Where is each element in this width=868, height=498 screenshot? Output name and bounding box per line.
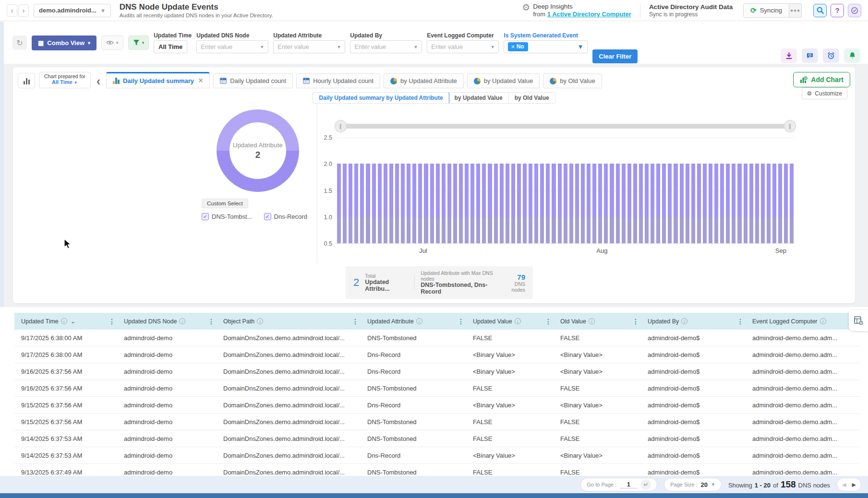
legend-checkbox[interactable]: ✓ [202, 213, 209, 220]
legend-item-dns-record[interactable]: ✓Dns-Record [264, 213, 307, 220]
table-cell: 9/14/2025 6:37:53 AM [14, 435, 117, 442]
table-row[interactable]: 9/17/2025 6:38:00 AMadmindroid-demoDomai… [14, 330, 859, 346]
search-button[interactable] [813, 4, 827, 17]
subtab-by-old-value[interactable]: by Old Value [509, 93, 555, 103]
syncing-button[interactable]: ⟳ Syncing [743, 3, 789, 18]
table-row[interactable]: 9/14/2025 6:37:53 AMadmindroid-demoDomai… [14, 447, 859, 464]
column-resize-handle[interactable]: ⋮ [545, 319, 552, 324]
slider-track[interactable] [341, 124, 790, 129]
chart-tab-daily-updated-count[interactable]: Daily Updated count [213, 73, 293, 88]
table-row[interactable]: 9/17/2025 6:38:00 AMadmindroid-demoDomai… [14, 346, 859, 363]
bar [506, 164, 509, 243]
column-visibility-button[interactable]: ▾ [101, 36, 123, 50]
column-header-event-logged-computer[interactable]: Event Logged Computeri⋮ [746, 313, 859, 330]
info-icon[interactable]: i [61, 318, 67, 324]
schedule-button[interactable] [823, 48, 839, 63]
download-button[interactable] [781, 48, 797, 63]
goto-page-submit-icon[interactable]: ↵ [640, 479, 651, 490]
info-icon[interactable]: i [179, 318, 185, 324]
chart-tab-daily-updated-summary[interactable]: Daily Updated summary✕ [106, 72, 210, 88]
table-row[interactable]: 9/14/2025 6:37:53 AMadmindroid-demoDomai… [14, 430, 859, 447]
info-icon[interactable]: i [589, 318, 595, 324]
table-cell: Dns-Record [361, 368, 466, 375]
event-logged-computer-filter-input[interactable]: Enter value ▼ [427, 40, 499, 53]
updated-attribute-filter-input[interactable]: Enter value ▼ [273, 40, 345, 53]
slider-left-handle[interactable]: ∥ [335, 120, 347, 132]
filter-chip[interactable]: ✕No [508, 42, 528, 51]
chip-remove-icon[interactable]: ✕ [511, 44, 515, 49]
chart-type-button[interactable] [18, 73, 35, 88]
table-row[interactable]: 9/15/2025 6:37:56 AMadmindroid-demoDomai… [14, 414, 859, 430]
bar [482, 164, 486, 243]
goto-page-control: Go to Page : ↵ [580, 478, 657, 491]
sync-more-button[interactable]: ●●● [789, 3, 802, 18]
info-icon[interactable]: i [681, 318, 687, 324]
close-tab-icon[interactable]: ✕ [198, 77, 203, 84]
feedback-button[interactable] [802, 48, 818, 63]
updated-dns-node-filter-input[interactable]: Enter value ▼ [196, 40, 268, 53]
legend-item-dns-tombst-[interactable]: ✓DNS-Tombst... [202, 213, 253, 220]
column-header-updated-time[interactable]: Updated Timei⌄⋮ [14, 313, 117, 330]
clear-filter-button[interactable]: Clear Filter [592, 49, 638, 63]
next-page-button[interactable]: ▶ [852, 482, 856, 488]
download-icon [785, 52, 793, 59]
filter-button[interactable]: ▾ [128, 36, 149, 50]
chart-tab-by-old-value[interactable]: by Old Value [543, 73, 602, 88]
column-resize-handle[interactable]: ⋮ [632, 319, 639, 324]
nav-back-button[interactable]: ‹ [7, 4, 17, 17]
column-resize-handle[interactable]: ⋮ [352, 319, 359, 324]
subtab-daily-updated-summary-by-updated-attribute[interactable]: Daily Updated summary by Updated Attribu… [313, 92, 449, 104]
combo-view-button[interactable]: ▦ Combo View ▾ [32, 36, 96, 50]
info-icon[interactable]: i [257, 318, 263, 324]
nav-forward-button[interactable]: › [18, 4, 29, 17]
tenant-selector[interactable]: demo.admindroid... ▼ [34, 4, 111, 17]
updated-time-filter-value[interactable]: All Time [154, 40, 187, 53]
table-cell: FALSE [554, 418, 641, 426]
chart-tab-hourly-updated-count[interactable]: Hourly Updated count [296, 73, 380, 88]
table-cell: admindroid-demo [117, 418, 217, 426]
chart-prepared-for-selector[interactable]: Chart prepared for All Time ▼ [39, 72, 91, 88]
active-directory-computer-link[interactable]: 1 Active Directory Computer [547, 11, 631, 18]
reset-view-button[interactable]: ↻ [12, 36, 27, 50]
chart-tab-by-updated-attribute[interactable]: by Updated Attribute [384, 73, 464, 88]
add-chart-button[interactable]: Add Chart [793, 72, 850, 87]
customize-button[interactable]: ⚙ Customize [802, 87, 847, 99]
column-header-updated-attribute[interactable]: Updated Attributei⋮ [361, 313, 466, 330]
column-header-updated-by[interactable]: Updated Byi⋮ [641, 313, 746, 330]
tab-scroll-left-icon[interactable]: ‹ [95, 75, 103, 88]
slider-right-handle[interactable]: ∥ [784, 120, 796, 132]
donut-chart[interactable]: Updated Attribute 2 [217, 109, 299, 192]
custom-select-button[interactable]: Custom Select [202, 199, 248, 208]
column-resize-handle[interactable]: ⋮ [108, 319, 115, 324]
column-header-updated-dns-node[interactable]: Updated DNS Nodei⋮ [117, 313, 217, 330]
table-row[interactable]: 9/16/2025 6:37:56 AMadmindroid-demoDomai… [14, 363, 859, 380]
subtab-by-updated-value[interactable]: by Updated Value [449, 93, 509, 103]
column-header-object-path[interactable]: Object Pathi⋮ [217, 313, 361, 330]
column-resize-handle[interactable]: ⋮ [458, 319, 464, 324]
previous-page-button[interactable]: ◀ [842, 482, 846, 488]
goto-page-input[interactable] [620, 481, 637, 488]
table-row[interactable]: 9/15/2025 6:37:56 AMadmindroid-demoDomai… [14, 397, 859, 414]
alerts-button[interactable] [844, 48, 860, 63]
column-resize-handle[interactable]: ⋮ [737, 319, 744, 324]
page-size-control[interactable]: Page Size : 20 ▼ [664, 478, 722, 491]
chart-tab-by-updated-value[interactable]: by Updated Value [467, 73, 540, 88]
legend-checkbox[interactable]: ✓ [264, 213, 271, 220]
is-system-generated-filter-input[interactable]: ✕No ▼ [504, 40, 588, 53]
prepared-for-value: All Time [52, 79, 72, 85]
filter-event-logged-computer: Event Logged Computer Enter value ▼ [427, 32, 499, 53]
help-button[interactable]: ? [831, 4, 844, 17]
table-row[interactable]: 9/16/2025 6:37:56 AMadmindroid-demoDomai… [14, 380, 859, 397]
sort-descending-icon[interactable]: ⌄ [71, 318, 75, 325]
column-header-old-value[interactable]: Old Valuei⋮ [554, 313, 641, 330]
column-header-updated-value[interactable]: Updated Valuei⋮ [466, 313, 554, 330]
updated-by-filter-input[interactable]: Enter value ▼ [350, 40, 422, 53]
info-icon[interactable]: i [515, 318, 521, 324]
info-icon[interactable]: i [820, 318, 826, 324]
bar [691, 164, 695, 243]
audit-history-button[interactable] [848, 4, 861, 17]
info-icon[interactable]: i [416, 318, 422, 324]
column-settings-button[interactable] [849, 310, 868, 331]
chart-range-slider[interactable]: ∥ ∥ [336, 120, 795, 132]
column-resize-handle[interactable]: ⋮ [208, 319, 215, 324]
